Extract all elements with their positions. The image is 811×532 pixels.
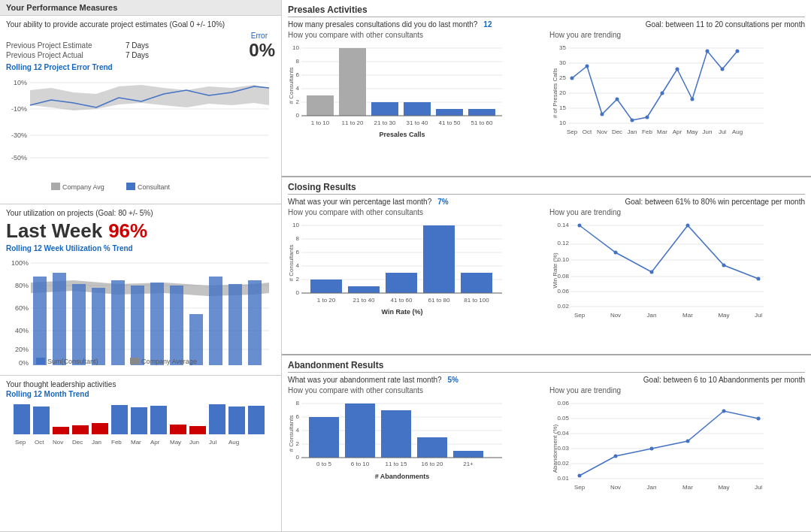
svg-rect-80 <box>339 48 366 116</box>
svg-text:6: 6 <box>296 249 300 255</box>
left-panel-title: Your Performance Measures <box>6 3 117 12</box>
svg-text:8: 8 <box>296 400 300 407</box>
svg-rect-50 <box>189 426 206 434</box>
svg-text:0.03: 0.03 <box>557 445 569 452</box>
closing-compare-label: How you compare with other consultants <box>288 208 543 216</box>
svg-text:Sum(Consultant): Sum(Consultant) <box>47 358 98 365</box>
svg-text:21 to 30: 21 to 30 <box>374 119 396 126</box>
estimate-trend-chart: 10% -10% -30% -50% Company Avg <box>6 71 275 199</box>
svg-text:Presales Calls: Presales Calls <box>379 131 425 138</box>
svg-text:# Consultants: # Consultants <box>288 415 295 452</box>
svg-rect-83 <box>436 109 463 116</box>
svg-text:81 to 100: 81 to 100 <box>464 297 489 304</box>
estimate-row2-value: 7 Days <box>115 51 149 59</box>
svg-text:51 to 60: 51 to 60 <box>471 119 493 126</box>
svg-text:Jun: Jun <box>703 128 713 135</box>
svg-rect-146 <box>423 225 455 293</box>
svg-rect-26 <box>53 273 66 365</box>
utilization-trend-chart: 100% 80% 60% 40% 20% 0% <box>6 254 275 370</box>
svg-text:4: 4 <box>296 262 300 269</box>
svg-text:Mar: Mar <box>682 312 693 319</box>
svg-text:20: 20 <box>559 89 566 96</box>
svg-rect-11 <box>126 183 135 190</box>
svg-point-172 <box>722 264 726 268</box>
abandonment-question: What was your abandonment rate last mont… <box>288 376 442 384</box>
svg-rect-32 <box>170 286 183 365</box>
svg-text:Win Rate (%): Win Rate (%) <box>382 308 423 316</box>
presales-goal: Goal: between 11 to 20 consultations per… <box>646 20 805 29</box>
svg-text:35: 35 <box>559 44 566 51</box>
presales-trending-label: How you are trending <box>549 31 805 39</box>
svg-text:Oct: Oct <box>583 128 592 135</box>
svg-text:Nov: Nov <box>53 439 63 446</box>
svg-rect-84 <box>468 109 495 116</box>
svg-text:Nov: Nov <box>610 312 621 319</box>
svg-text:11 to 15: 11 to 15 <box>386 461 407 467</box>
svg-text:10: 10 <box>559 119 566 126</box>
svg-text:May: May <box>686 128 698 135</box>
svg-text:Mar: Mar <box>657 128 667 135</box>
svg-text:41 to 50: 41 to 50 <box>439 119 461 126</box>
svg-rect-193 <box>381 410 411 458</box>
svg-text:Jan: Jan <box>647 312 657 319</box>
svg-rect-42 <box>33 407 50 434</box>
thought-trend-label: Rolling 12 Month Trend <box>6 390 275 398</box>
svg-rect-52 <box>228 407 245 434</box>
svg-rect-44 <box>72 425 89 434</box>
svg-rect-82 <box>404 102 431 116</box>
svg-rect-9 <box>51 183 60 190</box>
svg-text:80%: 80% <box>15 282 29 289</box>
svg-text:Dec: Dec <box>612 128 622 135</box>
svg-text:8: 8 <box>296 58 300 65</box>
svg-text:0: 0 <box>296 289 300 296</box>
abandonment-trend-chart: 0.06 0.05 0.04 0.03 0.02 0.01 Abandonmen… <box>549 396 767 505</box>
svg-text:4: 4 <box>296 427 300 434</box>
svg-text:6: 6 <box>296 413 300 420</box>
svg-point-116 <box>721 68 725 71</box>
error-column-header: Error <box>251 32 268 40</box>
svg-text:21 to 40: 21 to 40 <box>353 297 375 304</box>
svg-text:2: 2 <box>296 440 300 447</box>
svg-rect-36 <box>248 280 262 365</box>
svg-text:2: 2 <box>296 276 300 283</box>
svg-point-115 <box>706 50 710 53</box>
svg-text:-50%: -50% <box>11 154 27 162</box>
closing-trending-label: How you are trending <box>549 208 805 216</box>
presales-histogram: 10 8 6 4 2 0 # Consultants <box>288 41 506 157</box>
svg-point-111 <box>646 116 649 119</box>
presales-question: How many presales consultations did you … <box>288 20 477 29</box>
svg-text:0: 0 <box>296 454 300 461</box>
svg-text:0.14: 0.14 <box>557 222 569 228</box>
svg-point-117 <box>736 50 740 53</box>
svg-rect-79 <box>307 95 334 116</box>
svg-text:25: 25 <box>559 74 566 81</box>
svg-text:60%: 60% <box>15 304 29 312</box>
svg-rect-27 <box>72 284 86 365</box>
svg-rect-194 <box>417 437 447 458</box>
svg-text:0.04: 0.04 <box>557 430 569 437</box>
estimate-title: Your ability to provide accurate project… <box>6 20 275 29</box>
svg-text:Nov: Nov <box>610 484 621 491</box>
svg-text:Oct: Oct <box>35 439 44 446</box>
svg-point-218 <box>650 446 654 450</box>
svg-point-171 <box>686 224 690 228</box>
svg-point-221 <box>757 416 761 420</box>
closing-value: 7% <box>437 198 448 206</box>
svg-point-106 <box>570 77 574 80</box>
svg-text:Apr: Apr <box>673 128 682 135</box>
abandonment-goal: Goal: between 6 to 10 Abandonments per m… <box>643 376 805 384</box>
svg-text:Nov: Nov <box>597 128 607 135</box>
svg-text:1 to 20: 1 to 20 <box>317 297 336 304</box>
svg-point-220 <box>722 409 726 413</box>
svg-text:Jan: Jan <box>647 484 657 491</box>
svg-text:Company Average: Company Average <box>141 358 197 365</box>
svg-rect-43 <box>53 427 69 434</box>
svg-rect-41 <box>14 404 30 434</box>
svg-point-169 <box>614 251 618 255</box>
svg-text:40%: 40% <box>15 327 29 334</box>
svg-text:10: 10 <box>292 222 299 228</box>
svg-point-113 <box>676 68 679 71</box>
svg-rect-147 <box>461 273 492 293</box>
svg-rect-39 <box>130 358 139 364</box>
svg-rect-29 <box>111 280 125 365</box>
